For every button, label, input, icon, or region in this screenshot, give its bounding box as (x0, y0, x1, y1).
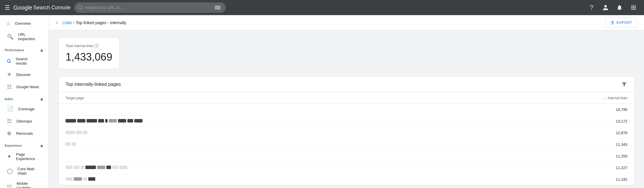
sidebar-item-discover[interactable]: ✳ Discover (0, 68, 46, 81)
apps-icon[interactable] (628, 2, 639, 13)
table-row[interactable]: 11,192 (59, 174, 634, 185)
svg-line-1 (81, 8, 82, 9)
export-icon (610, 20, 615, 25)
breadcrumb-separator: › (73, 20, 75, 25)
mobile-usability-icon: ▭ (7, 182, 12, 188)
sidebar-label-coverage: Coverage (18, 107, 34, 111)
url-segment (98, 119, 104, 123)
table-cell-url[interactable] (59, 104, 466, 116)
url-segment (76, 131, 82, 134)
table-cell-url[interactable] (59, 162, 466, 174)
summary-value: 1,433,069 (66, 51, 112, 63)
url-segment (85, 166, 96, 169)
search-input[interactable] (85, 5, 211, 10)
breadcrumb: Links › Top linked pages - internally (62, 20, 126, 25)
sidebar-label-core-web-vitals: Core Web Vitals (17, 167, 39, 175)
table-cell-links-count: 11,343 (466, 139, 634, 150)
url-segment (71, 142, 76, 146)
table-row[interactable]: 11,343 (59, 139, 634, 150)
table-row[interactable]: 13,172 (59, 116, 634, 127)
table-cell-url[interactable] (59, 174, 466, 185)
sidebar-label-removals: Removals (16, 131, 33, 136)
sidebar-label-google-news: Google News (16, 85, 39, 89)
url-segment (105, 119, 108, 123)
table-cell-url[interactable] (59, 139, 466, 150)
col-target-page: Target page (59, 93, 466, 104)
url-segment (127, 119, 133, 123)
index-collapse-icon[interactable]: ▲ (39, 96, 44, 102)
sidebar-item-overview[interactable]: ⌂ Overview (0, 17, 46, 29)
sidebar-label-overview: Overview (15, 21, 31, 26)
topbar: ☰ Google Search Console ? (0, 0, 644, 15)
menu-icon[interactable]: ☰ (5, 4, 10, 11)
sidebar-section-performance: Performance ▲ (0, 44, 49, 54)
url-segment (66, 131, 75, 134)
breadcrumb-toggle[interactable]: ‹ (56, 19, 58, 26)
home-icon: ⌂ (7, 20, 10, 26)
topbar-actions: ? (586, 2, 639, 13)
url-segment (74, 166, 80, 169)
table-row[interactable]: 12,876 (59, 127, 634, 139)
sidebar: ⌂ Overview 🔍 URL inspection Performance … (0, 15, 49, 188)
search-avatar (213, 4, 222, 11)
summary-info-icon[interactable]: ⓘ (94, 43, 98, 49)
table-row[interactable]: 11,250 (59, 150, 634, 162)
table-row[interactable]: 11,227 (59, 162, 634, 174)
url-bar (66, 142, 76, 146)
filter-icon[interactable] (621, 81, 627, 88)
table-title: Top internally-linked pages (66, 82, 121, 87)
table-cell-url[interactable] (59, 150, 466, 162)
url-segment (66, 177, 73, 181)
sidebar-item-mobile-usability[interactable]: ▭ Mobile Usability (0, 178, 46, 188)
sidebar-label-discover: Discover (16, 72, 31, 77)
sidebar-label-url-inspection: URL inspection (18, 32, 39, 41)
table-cell-links-count: 11,250 (466, 150, 634, 162)
app-logo: Google Search Console (13, 4, 71, 11)
url-segment (66, 142, 70, 146)
breadcrumb-current-page: Top linked pages - internally (76, 20, 126, 25)
sidebar-item-page-experience[interactable]: ✦ Page Experience (0, 149, 46, 164)
sidebar-item-url-inspection[interactable]: 🔍 URL inspection (0, 29, 46, 44)
sidebar-item-removals[interactable]: ⊗ Removals (0, 127, 46, 139)
data-table: Target page ↓ Internal links 18,79513,17… (59, 93, 634, 185)
svg-point-0 (78, 6, 82, 9)
table-cell-url[interactable] (59, 116, 466, 127)
url-segment (74, 177, 82, 181)
experience-collapse-icon[interactable]: ▲ (39, 143, 44, 148)
table-cell-links-count: 11,227 (466, 162, 634, 174)
google-g-icon: G (7, 58, 11, 64)
sitemaps-icon: ☷ (7, 118, 12, 124)
sidebar-item-sitemaps[interactable]: ☷ Sitemaps (0, 115, 46, 127)
url-segment (112, 166, 118, 169)
help-icon[interactable]: ? (586, 2, 597, 13)
sidebar-item-google-news[interactable]: ☷ Google News (0, 81, 46, 93)
sidebar-item-core-web-vitals[interactable]: ◯ Core Web Vitals (0, 164, 46, 178)
col-internal-links: ↓ Internal links (466, 93, 634, 104)
content-area: Total internal links ⓘ 1,433,069 Top int… (49, 30, 644, 188)
search-small-icon: 🔍 (7, 33, 13, 40)
table-row[interactable]: 18,795 (59, 104, 634, 116)
search-bar[interactable] (74, 2, 226, 13)
table-cell-url[interactable] (59, 127, 466, 139)
url-bar (66, 131, 87, 134)
sidebar-item-search-results[interactable]: G Search results (0, 54, 46, 68)
url-segment (109, 119, 117, 123)
coverage-icon: 📄 (7, 106, 13, 112)
sort-arrow-icon: ↓ (604, 96, 606, 100)
export-button[interactable]: EXPORT (605, 18, 637, 28)
url-segment (66, 166, 73, 169)
table-header-row: Target page ↓ Internal links (59, 93, 634, 104)
summary-label: Total internal links ⓘ (66, 43, 112, 49)
url-segment (87, 119, 97, 123)
sidebar-label-page-experience: Page Experience (16, 152, 39, 161)
sidebar-label-search-results: Search results (16, 57, 39, 65)
url-segment (134, 119, 142, 123)
breadcrumb-links[interactable]: Links (62, 20, 72, 25)
performance-collapse-icon[interactable]: ▲ (39, 47, 44, 53)
table-cell-links-count: 18,795 (466, 104, 634, 116)
notifications-icon[interactable] (614, 2, 625, 13)
account-icon[interactable] (600, 2, 611, 13)
sidebar-item-coverage[interactable]: 📄 Coverage (0, 103, 46, 115)
url-segment (119, 166, 127, 169)
sidebar-section-index: Index ▲ (0, 93, 49, 103)
